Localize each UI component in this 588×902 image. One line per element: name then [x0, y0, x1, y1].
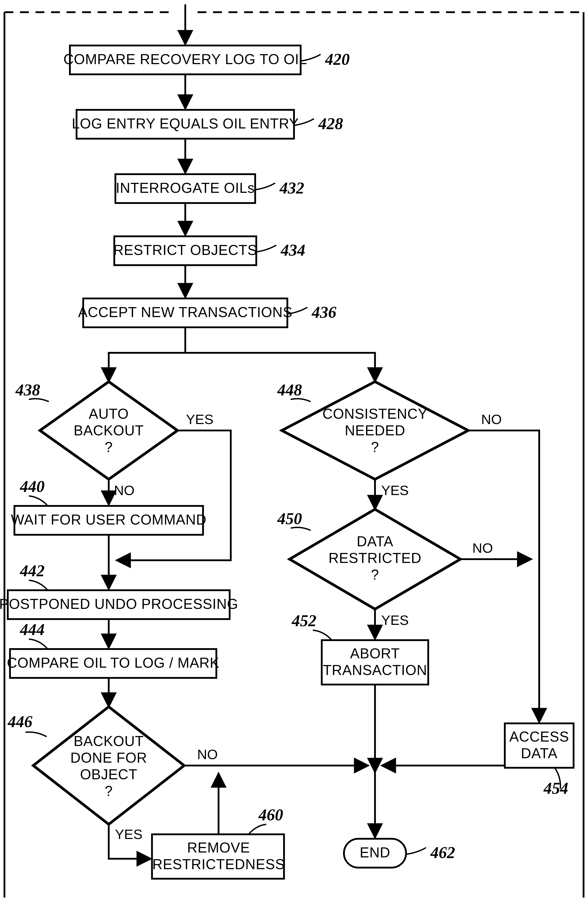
svg-text:?: ?	[105, 783, 113, 799]
svg-text:DONE FOR: DONE FOR	[70, 750, 147, 766]
svg-text:YES: YES	[186, 412, 213, 427]
svg-text:BACKOUT: BACKOUT	[74, 423, 144, 438]
box-460-text-1: RESTRICTEDNESS	[152, 856, 285, 872]
svg-text:CONSISTENCY: CONSISTENCY	[322, 406, 427, 422]
box-436-text: ACCEPT NEW TRANSACTIONS	[78, 304, 292, 320]
ref-420: 420	[325, 50, 350, 68]
svg-text:YES: YES	[115, 827, 142, 842]
ref-434: 434	[280, 241, 305, 259]
ref-448: 448	[277, 381, 302, 399]
svg-text:NO: NO	[481, 412, 502, 427]
ref-444: 444	[20, 620, 45, 639]
ref-462: 462	[430, 843, 455, 861]
ref-450: 450	[277, 509, 302, 528]
ref-432: 432	[279, 179, 304, 197]
box-452-text-1: TRANSACTION	[323, 662, 427, 678]
svg-text:NEEDED: NEEDED	[345, 423, 405, 438]
box-432-text: INTERROGATE OILs	[116, 180, 255, 196]
svg-text:NO: NO	[197, 747, 218, 762]
ref-446: 446	[7, 713, 33, 731]
svg-text:AUTO: AUTO	[89, 406, 129, 422]
box-452-text-0: ABORT	[350, 645, 400, 661]
ref-442: 442	[20, 562, 45, 580]
box-440-text: WAIT FOR USER COMMAND	[11, 512, 206, 528]
svg-text:YES: YES	[381, 612, 409, 628]
svg-text:YES: YES	[381, 482, 409, 498]
ref-460: 460	[258, 806, 283, 824]
svg-text:DATA: DATA	[357, 534, 393, 550]
ref-436: 436	[311, 303, 336, 321]
svg-text:OBJECT: OBJECT	[80, 766, 138, 782]
ref-428: 428	[318, 114, 343, 133]
svg-text:NO: NO	[114, 482, 134, 498]
box-420-text: COMPARE RECOVERY LOG TO OIL	[63, 51, 307, 67]
box-454-text-1: DATA	[521, 745, 557, 761]
flowchart: COMPARE RECOVERY LOG TO OIL 420 LOG ENTR…	[0, 0, 588, 902]
box-434-text: RESTRICT OBJECTS	[113, 242, 257, 258]
svg-text:BACKOUT: BACKOUT	[74, 733, 144, 749]
box-444-text: COMPARE OIL TO LOG / MARK	[7, 655, 219, 671]
box-454-text-0: ACCESS	[509, 729, 569, 745]
ref-452: 452	[291, 612, 316, 630]
svg-text:?: ?	[371, 567, 379, 583]
svg-text:RESTRICTED: RESTRICTED	[328, 550, 422, 566]
svg-text:?: ?	[105, 439, 113, 455]
box-460-text-0: REMOVE	[187, 839, 250, 856]
box-428-text: LOG ENTRY EQUALS OIL ENTRY	[72, 116, 299, 132]
ref-438: 438	[15, 381, 40, 399]
box-442-text: POSTPONED UNDO PROCESSING	[0, 596, 238, 612]
svg-text:NO: NO	[472, 540, 493, 556]
end-text: END	[360, 844, 390, 861]
ref-454: 454	[543, 779, 568, 797]
ref-440: 440	[20, 477, 45, 495]
svg-text:?: ?	[371, 439, 379, 455]
